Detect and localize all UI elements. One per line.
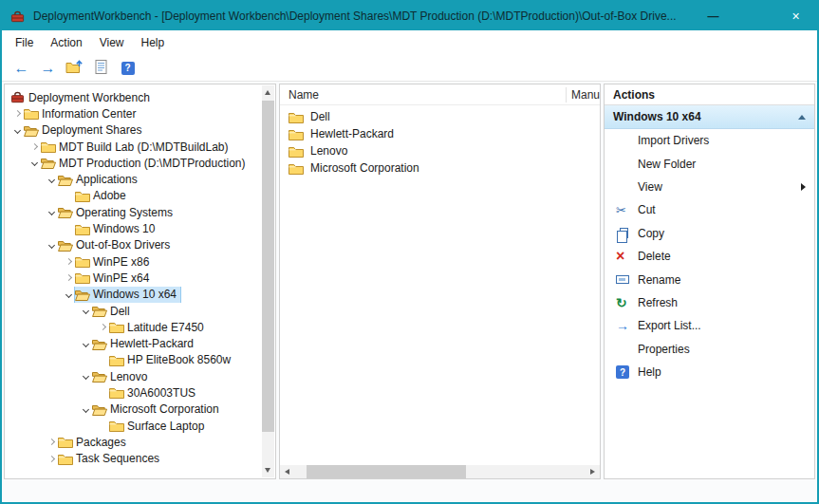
help-button[interactable]: ? xyxy=(116,57,140,80)
chevron-right-icon[interactable] xyxy=(45,439,58,444)
chevron-down-icon[interactable] xyxy=(10,128,24,133)
chevron-right-icon[interactable] xyxy=(96,325,109,329)
tree-item-windows-10-x64[interactable]: Windows 10 x64 xyxy=(5,287,261,303)
column-header-name[interactable]: Name xyxy=(280,88,566,102)
chevron-down-icon[interactable] xyxy=(79,374,92,379)
action-properties[interactable]: Properties xyxy=(605,338,814,361)
list-item-dell[interactable]: Dell xyxy=(280,108,600,125)
back-button[interactable]: ← xyxy=(9,57,33,80)
app-icon[interactable] xyxy=(10,9,27,24)
tree-vertical-scrollbar[interactable] xyxy=(262,85,274,477)
chevron-right-icon[interactable] xyxy=(62,275,75,280)
scroll-left-icon[interactable] xyxy=(285,469,289,475)
action-label: Export List... xyxy=(638,319,701,332)
tree-item-packages[interactable]: Packages xyxy=(5,434,261,450)
list-item-lenovo[interactable]: Lenovo xyxy=(280,142,600,159)
collapse-section-icon[interactable] xyxy=(798,115,806,120)
rename-icon xyxy=(616,275,629,284)
tree-item-information-center[interactable]: Information Center xyxy=(5,105,261,121)
chevron-down-icon[interactable] xyxy=(79,308,92,313)
actions-section-header[interactable]: Windows 10 x64 xyxy=(605,105,814,129)
tree-item-deployment-workbench[interactable]: Deployment Workbench xyxy=(5,89,261,105)
folder-closed-icon xyxy=(75,271,92,284)
scrollbar-thumb[interactable] xyxy=(307,465,466,478)
scroll-right-icon[interactable] xyxy=(590,469,595,475)
tree-item-task-sequences[interactable]: Task Sequences xyxy=(5,451,261,467)
scroll-up-icon[interactable] xyxy=(265,90,270,95)
action-rename[interactable]: Rename xyxy=(605,268,814,290)
minimize-button[interactable]: — xyxy=(692,2,735,30)
forward-button[interactable]: → xyxy=(36,57,60,80)
title-bar: DeploymentWorkbench - [Deployment Workbe… xyxy=(2,2,817,30)
tree-item-mdt-build-lab-d-mdtbuildlab[interactable]: MDT Build Lab (D:\MDTBuildLab) xyxy=(5,139,261,155)
action-help[interactable]: ?Help xyxy=(605,361,814,383)
tree-item-windows-10[interactable]: Windows 10 xyxy=(5,220,261,236)
tree-item-dell[interactable]: Dell xyxy=(5,303,261,319)
chevron-right-icon[interactable] xyxy=(28,144,41,149)
folder-closed-icon xyxy=(75,223,92,235)
list-horizontal-scrollbar[interactable] xyxy=(280,465,600,478)
tree-item-label: Information Center xyxy=(41,106,140,121)
chevron-down-icon[interactable] xyxy=(45,243,58,248)
chevron-down-icon[interactable] xyxy=(62,292,75,297)
up-one-level-button[interactable] xyxy=(63,57,86,80)
list-item-hewlett-packard[interactable]: Hewlett-Packard xyxy=(280,125,600,142)
result-list-pane: Name Manu DellHewlett-PackardLenovoMicro… xyxy=(279,84,601,479)
chevron-down-icon[interactable] xyxy=(79,342,92,346)
up-one-level-icon xyxy=(65,59,84,77)
column-header-manufacturer[interactable]: Manu xyxy=(566,87,600,103)
list-item-label: Microsoft Corporation xyxy=(310,161,419,175)
tree-item-out-of-box-drivers[interactable]: Out-of-Box Drivers xyxy=(5,237,261,253)
chevron-down-icon[interactable] xyxy=(28,160,41,165)
action-icon-cell: → xyxy=(616,319,638,332)
list-item-microsoft-corporation[interactable]: Microsoft Corporation xyxy=(280,159,600,177)
tree-item-adobe[interactable]: Adobe xyxy=(5,188,261,204)
action-copy[interactable]: Copy xyxy=(605,222,814,245)
action-refresh[interactable]: ↻Refresh xyxy=(605,291,814,314)
export-list-button[interactable] xyxy=(89,57,113,80)
tree-item-mdt-production-d-mdtproduction[interactable]: MDT Production (D:\MDTProduction) xyxy=(5,155,261,171)
action-import-drivers[interactable]: Import Drivers xyxy=(605,129,814,152)
close-button[interactable]: × xyxy=(774,2,817,30)
folder-closed-icon xyxy=(289,111,306,123)
folder-closed-icon xyxy=(289,162,306,175)
tree-item-label: Packages xyxy=(75,435,130,450)
folder-open-icon xyxy=(92,305,109,317)
actions-pane: Actions Windows 10 x64 Import DriversNew… xyxy=(604,84,815,479)
refresh-icon: ↻ xyxy=(616,296,627,309)
list-body: DellHewlett-PackardLenovoMicrosoft Corpo… xyxy=(280,105,600,465)
menu-help[interactable]: Help xyxy=(133,31,174,54)
chevron-down-icon[interactable] xyxy=(45,210,58,215)
action-label: Import Drivers xyxy=(638,134,709,147)
chevron-right-icon[interactable] xyxy=(10,111,24,116)
tree-item-deployment-shares[interactable]: Deployment Shares xyxy=(5,122,261,139)
main-area: Deployment WorkbenchInformation CenterDe… xyxy=(2,82,817,502)
tree-item-hp-elitebook-8560w[interactable]: HP EliteBook 8560w xyxy=(5,352,261,368)
action-cut[interactable]: ✂Cut xyxy=(605,198,814,221)
tree-item-latitude-e7450[interactable]: Latitude E7450 xyxy=(5,319,261,335)
tree-item-lenovo[interactable]: Lenovo xyxy=(5,368,261,384)
chevron-right-icon[interactable] xyxy=(62,259,75,264)
tree-item-label: Operating Systems xyxy=(75,205,177,220)
menu-view[interactable]: View xyxy=(91,31,133,54)
tree-item-applications[interactable]: Applications xyxy=(5,171,261,187)
scroll-down-icon[interactable] xyxy=(265,468,270,473)
tree-item-surface-laptop[interactable]: Surface Laptop xyxy=(5,418,261,434)
tree-item-30a6003tus[interactable]: 30A6003TUS xyxy=(5,384,261,401)
tree-item-hewlett-packard[interactable]: Hewlett-Packard xyxy=(5,335,261,351)
tree-item-winpe-x86[interactable]: WinPE x86 xyxy=(5,253,261,270)
chevron-right-icon[interactable] xyxy=(45,457,58,461)
tree-item-operating-systems[interactable]: Operating Systems xyxy=(5,204,261,220)
scrollbar-thumb[interactable] xyxy=(262,101,274,432)
action-view[interactable]: View xyxy=(605,176,814,198)
action-delete[interactable]: ×Delete xyxy=(605,245,814,268)
action-export-list[interactable]: →Export List... xyxy=(605,314,814,337)
menu-file[interactable]: File xyxy=(7,31,42,54)
folder-open-icon xyxy=(58,206,75,218)
chevron-down-icon[interactable] xyxy=(45,177,58,182)
tree-item-microsoft-corporation[interactable]: Microsoft Corporation xyxy=(5,401,261,418)
menu-action[interactable]: Action xyxy=(42,31,90,54)
tree-item-winpe-x64[interactable]: WinPE x64 xyxy=(5,270,261,286)
action-new-folder[interactable]: New Folder xyxy=(605,152,814,175)
chevron-down-icon[interactable] xyxy=(79,407,92,412)
